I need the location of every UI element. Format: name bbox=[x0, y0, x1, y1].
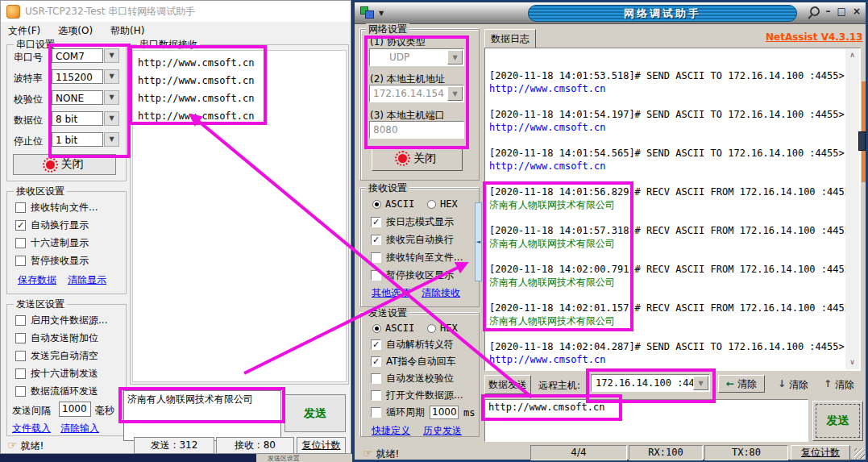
local-host-dropdown-icon[interactable]: ▼ bbox=[447, 86, 463, 101]
right-window-title: 网络调试助手 bbox=[528, 5, 797, 22]
log-entry: [2020-11-18 14:01:56.829]# RECV ASCII FR… bbox=[489, 185, 844, 211]
quick-define-link[interactable]: 快捷定义 bbox=[372, 424, 410, 438]
recv-line: http://www.cmsoft.cn bbox=[138, 72, 341, 89]
reset-count-button[interactable]: 复位计数 bbox=[297, 437, 346, 454]
ready-hand-icon: ☞ bbox=[7, 439, 18, 452]
serial-recv-textarea[interactable]: http://www.cmsoft.cn http://www.cmsoft.c… bbox=[132, 50, 347, 382]
desktop: USR-TCP232-Test 串口转网络调试助手 文件(F) 选项(O) 帮助… bbox=[0, 0, 868, 462]
loop-send-checkbox[interactable]: 数据流循环发送 bbox=[15, 385, 98, 398]
panel-collapse-splitter[interactable]: ◄ bbox=[475, 202, 482, 281]
stop-bits-label: 停止位 bbox=[14, 135, 49, 148]
send-interval-label: 发送间隔 bbox=[12, 404, 51, 418]
baud-rate-dropdown-icon[interactable]: ▼ bbox=[104, 69, 119, 84]
sysmenu-caret-icon[interactable]: ▼ bbox=[379, 10, 384, 17]
tab-data-log[interactable]: 数据日志 bbox=[484, 29, 536, 48]
connection-open-icon bbox=[46, 160, 55, 169]
tab-data-send[interactable]: 数据发送 bbox=[484, 375, 531, 394]
data-bits-select[interactable]: 8 bit bbox=[52, 111, 103, 126]
serial-port-select[interactable]: COM7 bbox=[52, 48, 103, 63]
net-rx-counter: RX:100 bbox=[629, 445, 703, 460]
hex-display-checkbox[interactable]: 十六进制显示 bbox=[15, 236, 89, 250]
data-log-area[interactable]: [2020-11-18 14:01:53.518]# SEND ASCII TO… bbox=[484, 48, 861, 371]
clear-display-link[interactable]: 清除显示 bbox=[68, 273, 106, 287]
close-button[interactable]: × bbox=[853, 6, 861, 17]
clear-recv-link[interactable]: 清除接收 bbox=[422, 286, 460, 300]
recv-hex-radio[interactable]: HEX bbox=[427, 198, 458, 210]
stop-bits-dropdown-icon[interactable]: ▼ bbox=[104, 132, 119, 147]
serial-send-input[interactable]: 济南有人物联网技术有限公司 bbox=[123, 390, 281, 441]
pause-recv-checkbox-right[interactable]: 暂停接收区显示 bbox=[371, 268, 454, 282]
frame-handle[interactable] bbox=[858, 131, 866, 151]
protocol-select[interactable]: UDP ▼ bbox=[369, 48, 464, 66]
clear-recv-quick-button[interactable]: ↓ 清除 bbox=[778, 378, 808, 392]
window-netassist: ▼ 网络调试助手 – □ × 网络设置 (1) 协议类型 UDP ▼ (2) 本… bbox=[352, 0, 868, 462]
load-file-link[interactable]: 文件载入 bbox=[12, 422, 51, 435]
recv-to-file-checkbox[interactable]: 接收转向文件... bbox=[15, 201, 98, 214]
recv-group-title: 接收区设置 bbox=[14, 185, 67, 197]
send-hex-radio[interactable]: HEX bbox=[427, 323, 458, 334]
cycle-send-checkbox[interactable]: 循环周期 1000 ms bbox=[371, 406, 475, 419]
send-as-hex-checkbox[interactable]: 按十六进制发送 bbox=[15, 367, 98, 381]
other-options-link[interactable]: 其他选项 bbox=[372, 286, 410, 300]
minimize-button[interactable]: – bbox=[826, 6, 831, 17]
menu-file[interactable]: 文件(F) bbox=[8, 24, 40, 38]
network-close-button[interactable]: 关闭 bbox=[372, 146, 463, 171]
protocol-dropdown-icon[interactable]: ▼ bbox=[447, 50, 463, 65]
log-entry: [2020-11-18 14:01:54.565]# SEND ASCII TO… bbox=[489, 147, 844, 173]
auto-newline-checkbox[interactable]: 自动换行显示 bbox=[15, 219, 89, 232]
pin-icon[interactable] bbox=[808, 5, 821, 19]
remote-host-dropdown-icon[interactable]: ▼ bbox=[693, 376, 708, 390]
log-scrollbar[interactable]: ∧ ∨ bbox=[845, 49, 859, 369]
left-title-bar[interactable]: USR-TCP232-Test 串口转网络调试助手 bbox=[1, 1, 351, 22]
remote-host-select[interactable]: 172.16.14.100 :4455 ▼ bbox=[591, 374, 710, 392]
netassist-version-link[interactable]: NetAssist V4.3.13 bbox=[766, 31, 862, 43]
scroll-down-icon[interactable]: ∨ bbox=[845, 356, 859, 369]
maximize-button[interactable]: □ bbox=[837, 6, 846, 17]
auto-send-suffix-checkbox[interactable]: 自动发送附加位 bbox=[15, 331, 98, 345]
serial-send-button[interactable]: 发送 bbox=[284, 394, 346, 432]
local-host-select[interactable]: 172.16.14.154 ▼ bbox=[369, 85, 464, 102]
file-datasource-checkbox[interactable]: 启用文件数据源... bbox=[15, 314, 107, 327]
send-ascii-radio[interactable]: ASCII bbox=[372, 323, 414, 334]
protocol-label: (1) 协议类型 bbox=[370, 35, 426, 49]
menu-options[interactable]: 选项(O) bbox=[58, 24, 93, 38]
save-data-link[interactable]: 保存数据 bbox=[18, 273, 56, 287]
history-send-link[interactable]: 历史发送 bbox=[423, 424, 462, 438]
net-send-input[interactable]: http://www.cmsoft.cn bbox=[484, 399, 808, 442]
data-bits-dropdown-icon[interactable]: ▼ bbox=[104, 111, 119, 126]
auto-checksum-checkbox[interactable]: 自动发送校验位 bbox=[371, 372, 454, 385]
right-title-bar[interactable]: ▼ 网络调试助手 – □ × bbox=[355, 2, 866, 24]
clear-left-arrow-icon: ← bbox=[726, 378, 734, 389]
baud-rate-select[interactable]: 115200 bbox=[52, 69, 103, 84]
clear-all-quick-button[interactable]: ↑ 清除 bbox=[824, 378, 854, 392]
net-send-button[interactable]: 发送 bbox=[812, 401, 863, 441]
cycle-period-input[interactable]: 1000 bbox=[430, 406, 459, 419]
resize-grip[interactable] bbox=[854, 448, 865, 459]
clear-input-link[interactable]: 清除输入 bbox=[60, 422, 99, 435]
log-entry: [2020-11-18 14:01:53.518]# SEND ASCII TO… bbox=[489, 69, 844, 95]
recv-to-file-checkbox-right[interactable]: 接收转向至文件... bbox=[371, 251, 463, 264]
serial-port-dropdown-icon[interactable]: ▼ bbox=[104, 48, 119, 63]
auto-escape-checkbox[interactable]: 自动解析转义符 bbox=[371, 338, 454, 352]
at-auto-cr-checkbox[interactable]: AT指令自动回车 bbox=[371, 355, 456, 368]
serial-close-button[interactable]: 关闭 bbox=[13, 154, 116, 175]
netassist-app-icon[interactable] bbox=[360, 6, 373, 18]
scroll-up-icon[interactable]: ∧ bbox=[845, 49, 859, 62]
parity-select[interactable]: NONE bbox=[52, 90, 103, 105]
stop-bits-select[interactable]: 1 bit bbox=[52, 132, 103, 147]
menu-help[interactable]: 帮助(H) bbox=[110, 24, 144, 38]
log-mode-checkbox[interactable]: 按日志模式显示 bbox=[371, 215, 454, 229]
parity-dropdown-icon[interactable]: ▼ bbox=[104, 90, 119, 105]
send-interval-input[interactable]: 1000 bbox=[59, 402, 91, 417]
remote-host-label: 远程主机: bbox=[538, 379, 580, 393]
auto-linefeed-checkbox[interactable]: 接收完自动换行 bbox=[371, 233, 454, 247]
send-settings-title: 发送设置 bbox=[366, 307, 409, 318]
local-port-input[interactable]: 8080 bbox=[369, 121, 464, 139]
clear-after-send-checkbox[interactable]: 发送完自动清空 bbox=[15, 349, 98, 363]
open-file-datasource-checkbox[interactable]: 打开文件数据源... bbox=[371, 389, 463, 402]
recv-ascii-radio[interactable]: ASCII bbox=[372, 198, 414, 210]
clear-send-button[interactable]: ← 清除 bbox=[718, 375, 765, 393]
left-window-title: USR-TCP232-Test 串口转网络调试助手 bbox=[25, 5, 195, 19]
net-reset-count-button[interactable]: 复位计数 bbox=[791, 445, 850, 460]
pause-recv-checkbox[interactable]: 暂停接收显示 bbox=[15, 254, 89, 268]
